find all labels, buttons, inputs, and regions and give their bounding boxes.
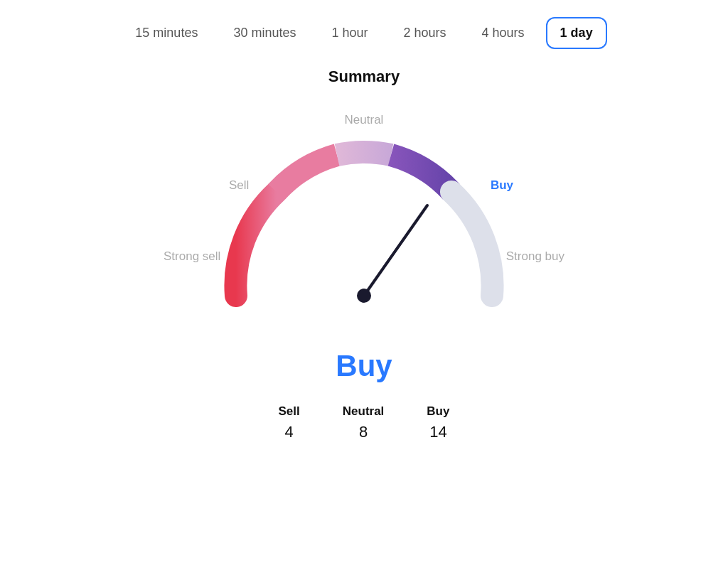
timeframe-item-0[interactable]: 15 minutes [121, 17, 212, 49]
svg-line-0 [364, 205, 427, 296]
stat-value-0: 4 [285, 423, 294, 441]
timeframe-item-1[interactable]: 30 minutes [219, 17, 310, 49]
summary-section: Summary Neutral Sell Buy Strong sell Str… [0, 68, 728, 441]
timeframe-item-2[interactable]: 1 hour [317, 17, 382, 49]
stat-label-2: Buy [427, 404, 449, 419]
gauge-svg [208, 139, 520, 310]
timeframe-item-4[interactable]: 4 hours [468, 17, 539, 49]
stat-item-1: Neutral8 [343, 404, 385, 441]
stat-item-0: Sell4 [279, 404, 300, 441]
stats-row: Sell4Neutral8Buy14 [279, 404, 450, 441]
svg-point-1 [357, 289, 371, 303]
neutral-label: Neutral [345, 113, 384, 127]
stat-label-1: Neutral [343, 404, 385, 419]
timeframe-item-3[interactable]: 2 hours [390, 17, 461, 49]
timeframe-bar: 15 minutes30 minutes1 hour2 hours4 hours… [0, 0, 728, 60]
summary-title: Summary [328, 68, 400, 86]
gauge-container: Neutral Sell Buy Strong sell Strong buy [151, 100, 577, 342]
stat-item-2: Buy14 [427, 404, 449, 441]
timeframe-item-5[interactable]: 1 day [546, 17, 607, 49]
stat-label-0: Sell [279, 404, 300, 419]
buy-result-label: Buy [336, 349, 392, 383]
stat-value-2: 14 [429, 423, 446, 441]
stat-value-1: 8 [359, 423, 368, 441]
